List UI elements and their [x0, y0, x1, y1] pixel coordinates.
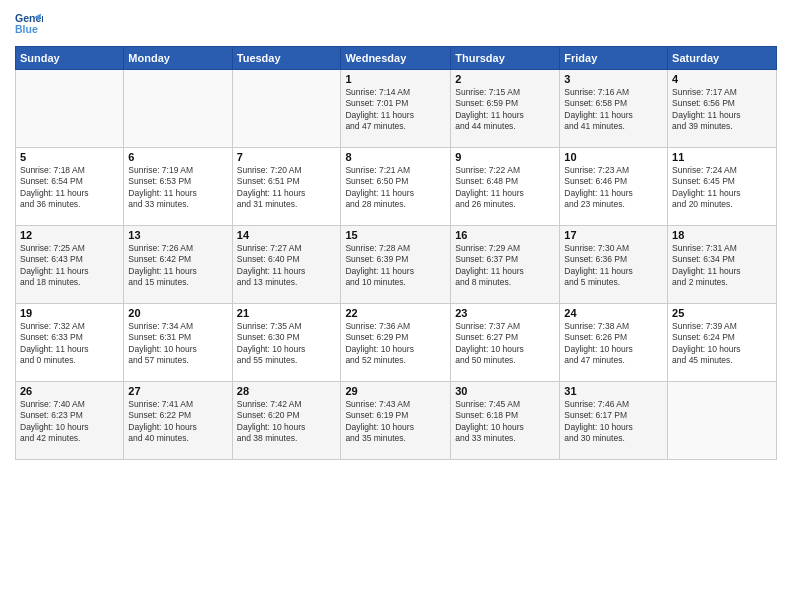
day-number: 2: [455, 73, 555, 85]
weekday-header-sunday: Sunday: [16, 47, 124, 70]
day-info: Sunrise: 7:31 AM Sunset: 6:34 PM Dayligh…: [672, 243, 772, 289]
day-number: 7: [237, 151, 337, 163]
calendar-cell: 4Sunrise: 7:17 AM Sunset: 6:56 PM Daylig…: [668, 70, 777, 148]
weekday-header-thursday: Thursday: [451, 47, 560, 70]
calendar-cell: 18Sunrise: 7:31 AM Sunset: 6:34 PM Dayli…: [668, 226, 777, 304]
day-number: 11: [672, 151, 772, 163]
calendar-cell: 5Sunrise: 7:18 AM Sunset: 6:54 PM Daylig…: [16, 148, 124, 226]
day-number: 19: [20, 307, 119, 319]
day-info: Sunrise: 7:17 AM Sunset: 6:56 PM Dayligh…: [672, 87, 772, 133]
calendar-cell: 7Sunrise: 7:20 AM Sunset: 6:51 PM Daylig…: [232, 148, 341, 226]
day-number: 24: [564, 307, 663, 319]
calendar-cell: 3Sunrise: 7:16 AM Sunset: 6:58 PM Daylig…: [560, 70, 668, 148]
calendar-cell: 11Sunrise: 7:24 AM Sunset: 6:45 PM Dayli…: [668, 148, 777, 226]
day-info: Sunrise: 7:24 AM Sunset: 6:45 PM Dayligh…: [672, 165, 772, 211]
logo-icon: General Blue: [15, 10, 43, 38]
calendar-cell: 8Sunrise: 7:21 AM Sunset: 6:50 PM Daylig…: [341, 148, 451, 226]
day-info: Sunrise: 7:41 AM Sunset: 6:22 PM Dayligh…: [128, 399, 227, 445]
day-number: 16: [455, 229, 555, 241]
day-info: Sunrise: 7:18 AM Sunset: 6:54 PM Dayligh…: [20, 165, 119, 211]
weekday-header-monday: Monday: [124, 47, 232, 70]
calendar: SundayMondayTuesdayWednesdayThursdayFrid…: [15, 46, 777, 460]
calendar-cell: 14Sunrise: 7:27 AM Sunset: 6:40 PM Dayli…: [232, 226, 341, 304]
week-row-5: 26Sunrise: 7:40 AM Sunset: 6:23 PM Dayli…: [16, 382, 777, 460]
day-number: 1: [345, 73, 446, 85]
day-number: 27: [128, 385, 227, 397]
day-info: Sunrise: 7:20 AM Sunset: 6:51 PM Dayligh…: [237, 165, 337, 211]
day-info: Sunrise: 7:23 AM Sunset: 6:46 PM Dayligh…: [564, 165, 663, 211]
calendar-cell: 25Sunrise: 7:39 AM Sunset: 6:24 PM Dayli…: [668, 304, 777, 382]
calendar-cell: 21Sunrise: 7:35 AM Sunset: 6:30 PM Dayli…: [232, 304, 341, 382]
calendar-cell: 16Sunrise: 7:29 AM Sunset: 6:37 PM Dayli…: [451, 226, 560, 304]
day-number: 29: [345, 385, 446, 397]
day-info: Sunrise: 7:36 AM Sunset: 6:29 PM Dayligh…: [345, 321, 446, 367]
calendar-cell: [668, 382, 777, 460]
calendar-cell: [124, 70, 232, 148]
day-info: Sunrise: 7:21 AM Sunset: 6:50 PM Dayligh…: [345, 165, 446, 211]
weekday-header-wednesday: Wednesday: [341, 47, 451, 70]
day-info: Sunrise: 7:37 AM Sunset: 6:27 PM Dayligh…: [455, 321, 555, 367]
day-info: Sunrise: 7:14 AM Sunset: 7:01 PM Dayligh…: [345, 87, 446, 133]
day-info: Sunrise: 7:29 AM Sunset: 6:37 PM Dayligh…: [455, 243, 555, 289]
calendar-cell: 15Sunrise: 7:28 AM Sunset: 6:39 PM Dayli…: [341, 226, 451, 304]
calendar-cell: [16, 70, 124, 148]
day-number: 4: [672, 73, 772, 85]
calendar-cell: 20Sunrise: 7:34 AM Sunset: 6:31 PM Dayli…: [124, 304, 232, 382]
day-info: Sunrise: 7:45 AM Sunset: 6:18 PM Dayligh…: [455, 399, 555, 445]
day-info: Sunrise: 7:26 AM Sunset: 6:42 PM Dayligh…: [128, 243, 227, 289]
svg-text:Blue: Blue: [15, 23, 38, 35]
day-number: 8: [345, 151, 446, 163]
weekday-header-row: SundayMondayTuesdayWednesdayThursdayFrid…: [16, 47, 777, 70]
day-number: 22: [345, 307, 446, 319]
day-info: Sunrise: 7:15 AM Sunset: 6:59 PM Dayligh…: [455, 87, 555, 133]
week-row-4: 19Sunrise: 7:32 AM Sunset: 6:33 PM Dayli…: [16, 304, 777, 382]
calendar-cell: 30Sunrise: 7:45 AM Sunset: 6:18 PM Dayli…: [451, 382, 560, 460]
day-number: 31: [564, 385, 663, 397]
calendar-cell: 6Sunrise: 7:19 AM Sunset: 6:53 PM Daylig…: [124, 148, 232, 226]
day-number: 28: [237, 385, 337, 397]
calendar-cell: 22Sunrise: 7:36 AM Sunset: 6:29 PM Dayli…: [341, 304, 451, 382]
week-row-2: 5Sunrise: 7:18 AM Sunset: 6:54 PM Daylig…: [16, 148, 777, 226]
calendar-cell: 24Sunrise: 7:38 AM Sunset: 6:26 PM Dayli…: [560, 304, 668, 382]
day-number: 14: [237, 229, 337, 241]
calendar-cell: 26Sunrise: 7:40 AM Sunset: 6:23 PM Dayli…: [16, 382, 124, 460]
day-info: Sunrise: 7:19 AM Sunset: 6:53 PM Dayligh…: [128, 165, 227, 211]
day-info: Sunrise: 7:40 AM Sunset: 6:23 PM Dayligh…: [20, 399, 119, 445]
calendar-cell: 10Sunrise: 7:23 AM Sunset: 6:46 PM Dayli…: [560, 148, 668, 226]
week-row-3: 12Sunrise: 7:25 AM Sunset: 6:43 PM Dayli…: [16, 226, 777, 304]
week-row-1: 1Sunrise: 7:14 AM Sunset: 7:01 PM Daylig…: [16, 70, 777, 148]
day-number: 18: [672, 229, 772, 241]
day-number: 13: [128, 229, 227, 241]
day-number: 20: [128, 307, 227, 319]
day-number: 5: [20, 151, 119, 163]
day-info: Sunrise: 7:46 AM Sunset: 6:17 PM Dayligh…: [564, 399, 663, 445]
day-number: 15: [345, 229, 446, 241]
day-info: Sunrise: 7:32 AM Sunset: 6:33 PM Dayligh…: [20, 321, 119, 367]
day-info: Sunrise: 7:30 AM Sunset: 6:36 PM Dayligh…: [564, 243, 663, 289]
day-info: Sunrise: 7:35 AM Sunset: 6:30 PM Dayligh…: [237, 321, 337, 367]
day-number: 10: [564, 151, 663, 163]
day-number: 23: [455, 307, 555, 319]
day-number: 17: [564, 229, 663, 241]
weekday-header-friday: Friday: [560, 47, 668, 70]
calendar-cell: 1Sunrise: 7:14 AM Sunset: 7:01 PM Daylig…: [341, 70, 451, 148]
day-info: Sunrise: 7:42 AM Sunset: 6:20 PM Dayligh…: [237, 399, 337, 445]
logo: General Blue: [15, 10, 43, 38]
weekday-header-saturday: Saturday: [668, 47, 777, 70]
day-info: Sunrise: 7:38 AM Sunset: 6:26 PM Dayligh…: [564, 321, 663, 367]
calendar-cell: 27Sunrise: 7:41 AM Sunset: 6:22 PM Dayli…: [124, 382, 232, 460]
calendar-cell: 17Sunrise: 7:30 AM Sunset: 6:36 PM Dayli…: [560, 226, 668, 304]
day-info: Sunrise: 7:27 AM Sunset: 6:40 PM Dayligh…: [237, 243, 337, 289]
calendar-cell: 28Sunrise: 7:42 AM Sunset: 6:20 PM Dayli…: [232, 382, 341, 460]
day-info: Sunrise: 7:28 AM Sunset: 6:39 PM Dayligh…: [345, 243, 446, 289]
day-info: Sunrise: 7:16 AM Sunset: 6:58 PM Dayligh…: [564, 87, 663, 133]
day-number: 12: [20, 229, 119, 241]
day-info: Sunrise: 7:34 AM Sunset: 6:31 PM Dayligh…: [128, 321, 227, 367]
page-header: General Blue: [15, 10, 777, 38]
calendar-cell: 2Sunrise: 7:15 AM Sunset: 6:59 PM Daylig…: [451, 70, 560, 148]
day-number: 30: [455, 385, 555, 397]
calendar-cell: 31Sunrise: 7:46 AM Sunset: 6:17 PM Dayli…: [560, 382, 668, 460]
day-info: Sunrise: 7:22 AM Sunset: 6:48 PM Dayligh…: [455, 165, 555, 211]
day-info: Sunrise: 7:39 AM Sunset: 6:24 PM Dayligh…: [672, 321, 772, 367]
calendar-cell: 29Sunrise: 7:43 AM Sunset: 6:19 PM Dayli…: [341, 382, 451, 460]
